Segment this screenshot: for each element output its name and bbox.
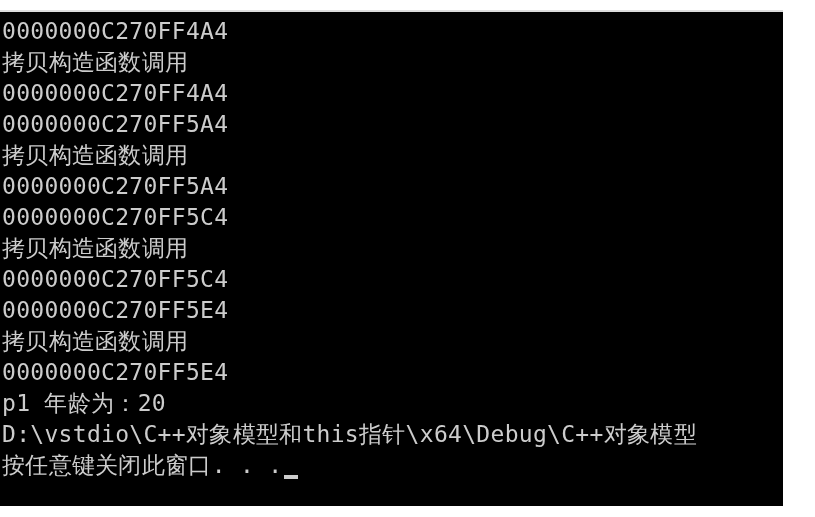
console-output-line: 0000000C270FF4A4 — [2, 78, 783, 109]
console-output-line: 0000000C270FF4A4 — [2, 16, 783, 47]
console-output-line: 0000000C270FF5E4 — [2, 295, 783, 326]
console-output-line: 拷贝构造函数调用 — [2, 233, 783, 264]
cursor-icon — [284, 475, 298, 479]
console-output-line: 拷贝构造函数调用 — [2, 326, 783, 357]
console-window[interactable]: 0000000C270FF4A4 拷贝构造函数调用 0000000C270FF4… — [0, 10, 783, 506]
console-output-line: 0000000C270FF5C4 — [2, 202, 783, 233]
console-prompt-line: 按任意键关闭此窗口. . . — [2, 450, 783, 481]
console-output-line: p1 年龄为：20 — [2, 388, 783, 419]
console-output-line: 0000000C270FF5A4 — [2, 109, 783, 140]
console-output-line: 拷贝构造函数调用 — [2, 47, 783, 78]
console-output-line: D:\vstdio\C++对象模型和this指针\x64\Debug\C++对象… — [2, 419, 783, 450]
prompt-text: 按任意键关闭此窗口. . . — [2, 452, 282, 478]
console-output-line: 0000000C270FF5A4 — [2, 171, 783, 202]
console-output-line: 0000000C270FF5E4 — [2, 357, 783, 388]
console-output-line: 0000000C270FF5C4 — [2, 264, 783, 295]
console-output-line: 拷贝构造函数调用 — [2, 140, 783, 171]
